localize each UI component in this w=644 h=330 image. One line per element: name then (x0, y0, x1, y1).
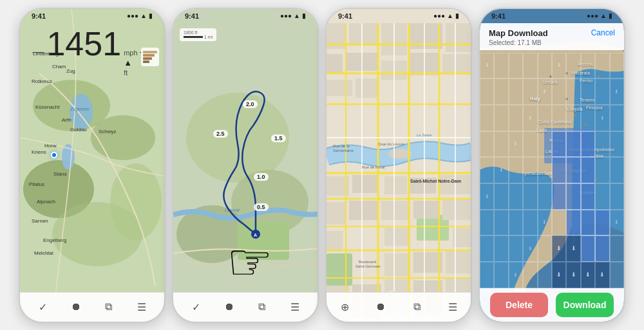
grid-cell[interactable] (509, 53, 523, 79)
grid-cell[interactable] (552, 78, 566, 105)
grid-cell[interactable] (494, 78, 508, 105)
record-icon[interactable]: ⏺ (67, 298, 85, 316)
grid-cell[interactable] (523, 78, 537, 105)
grid-cell[interactable] (509, 235, 523, 262)
grid-cell[interactable] (581, 210, 595, 236)
grid-cell[interactable] (566, 78, 580, 105)
grid-cell[interactable]: ⬇ (509, 262, 523, 288)
grid-cell[interactable] (610, 105, 624, 131)
grid-cell[interactable] (610, 157, 624, 183)
layers-icon[interactable]: ⧉ (100, 298, 118, 316)
delete-button[interactable]: Delete (490, 293, 548, 317)
grid-cell[interactable] (523, 131, 537, 158)
grid-cell[interactable] (566, 131, 580, 158)
grid-cell[interactable] (610, 53, 624, 79)
grid-cell[interactable] (610, 183, 624, 210)
grid-cell[interactable] (581, 105, 595, 131)
grid-cell[interactable] (595, 131, 609, 158)
grid-cell[interactable] (494, 131, 508, 158)
grid-cell[interactable]: ⬇ (494, 157, 508, 183)
grid-cell[interactable] (480, 262, 494, 288)
grid-cell[interactable] (509, 183, 523, 210)
record-icon-3[interactable]: ⏺ (372, 298, 390, 316)
grid-cell[interactable] (494, 262, 508, 288)
grid-cell[interactable] (538, 53, 552, 79)
grid-cell[interactable] (581, 53, 595, 79)
grid-cell[interactable]: ⬇ (566, 262, 580, 288)
grid-cell[interactable] (581, 157, 595, 183)
grid-cell[interactable]: ⬇ (552, 262, 566, 288)
grid-cell[interactable]: ⬇ (538, 78, 552, 105)
grid-cell[interactable] (595, 235, 609, 262)
grid-cell[interactable]: ⬇ (595, 262, 609, 288)
grid-cell[interactable]: ⬇ (480, 183, 494, 210)
grid-cell[interactable] (552, 183, 566, 210)
grid-cell[interactable] (509, 105, 523, 131)
grid-cell[interactable]: ⬇ (509, 131, 523, 158)
grid-cell[interactable] (494, 53, 508, 79)
grid-cell[interactable] (581, 183, 595, 210)
grid-cell[interactable] (581, 235, 595, 262)
grid-cell[interactable]: ⬇ (523, 235, 537, 262)
record-icon-2[interactable]: ⏺ (220, 298, 238, 316)
grid-cell[interactable] (552, 157, 566, 183)
grid-cell[interactable] (552, 131, 566, 158)
grid-cell[interactable] (566, 105, 580, 131)
location-icon-3[interactable]: ⊕ (336, 298, 354, 316)
grid-cell[interactable] (538, 235, 552, 262)
menu-icon-3[interactable]: ☰ (444, 298, 462, 316)
grid-cell[interactable] (480, 157, 494, 183)
grid-cell[interactable]: ⬇ (581, 262, 595, 288)
download-button[interactable]: Download (556, 293, 614, 317)
grid-cell[interactable] (509, 157, 523, 183)
grid-cell[interactable] (494, 183, 508, 210)
grid-cell[interactable]: ⬇ (523, 105, 537, 131)
grid-cell[interactable] (494, 105, 508, 131)
grid-cell[interactable]: ⬇ (538, 210, 552, 236)
grid-cell[interactable] (566, 210, 580, 236)
grid-cell[interactable] (480, 105, 494, 131)
grid-cell[interactable] (595, 183, 609, 210)
grid-cell[interactable] (595, 53, 609, 79)
grid-cell[interactable] (595, 210, 609, 236)
layers-icon-3[interactable]: ⧉ (408, 298, 426, 316)
grid-cell[interactable] (566, 183, 580, 210)
grid-cell[interactable] (566, 157, 580, 183)
grid-cell[interactable] (523, 157, 537, 183)
grid-cell[interactable]: ⬇ (552, 235, 566, 262)
grid-cell[interactable]: ⬇ (595, 105, 609, 131)
grid-cell[interactable] (538, 262, 552, 288)
grid-cell[interactable] (480, 131, 494, 158)
grid-cell[interactable] (494, 235, 508, 262)
grid-cell[interactable]: ⬇ (552, 53, 566, 79)
grid-cell[interactable]: ⬇ (610, 78, 624, 105)
grid-cell[interactable] (509, 78, 523, 105)
grid-cell[interactable] (538, 105, 552, 131)
grid-cell[interactable] (552, 105, 566, 131)
grid-cell[interactable] (523, 262, 537, 288)
grid-cell[interactable]: ⬇ (480, 53, 494, 79)
cancel-button[interactable]: Cancel (591, 28, 615, 37)
grid-cell[interactable] (581, 78, 595, 105)
grid-cell[interactable] (610, 235, 624, 262)
grid-cell[interactable] (610, 262, 624, 288)
grid-cell[interactable] (523, 183, 537, 210)
grid-cell[interactable] (494, 210, 508, 236)
grid-cell[interactable] (523, 210, 537, 236)
grid-cell[interactable] (552, 210, 566, 236)
grid-cell[interactable] (538, 183, 552, 210)
grid-cell[interactable] (480, 210, 494, 236)
grid-cell[interactable] (566, 53, 580, 79)
grid-cell[interactable] (538, 157, 552, 183)
checkmark-icon[interactable]: ✓ (34, 298, 52, 316)
grid-cell[interactable] (480, 78, 494, 105)
grid-cell[interactable] (480, 235, 494, 262)
grid-cell[interactable]: ⬇ (610, 210, 624, 236)
grid-cell[interactable] (595, 78, 609, 105)
grid-cell[interactable]: ⬇ (566, 235, 580, 262)
grid-cell[interactable] (581, 131, 595, 158)
layers-icon-2[interactable]: ⧉ (253, 298, 271, 316)
menu-icon-2[interactable]: ☰ (286, 298, 304, 316)
grid-cell[interactable] (595, 157, 609, 183)
grid-cell[interactable] (610, 131, 624, 158)
